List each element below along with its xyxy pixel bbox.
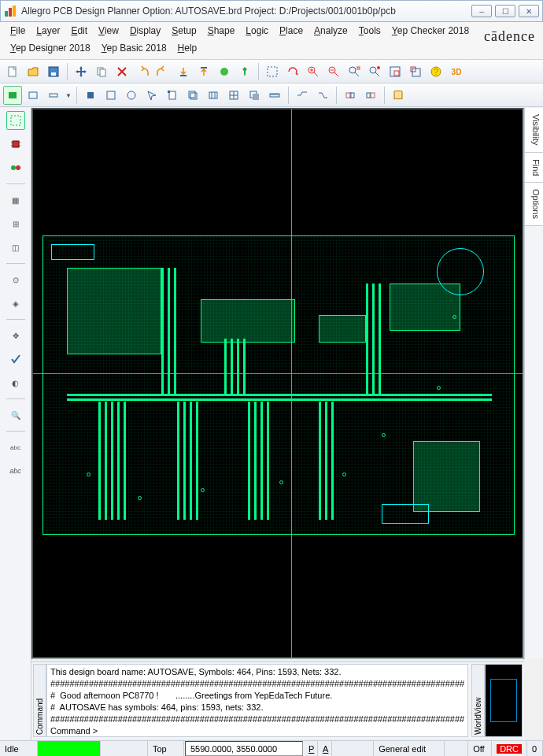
3d-button[interactable]: 3D	[447, 62, 466, 81]
shadow-button[interactable]	[245, 86, 264, 105]
via-tool[interactable]	[6, 158, 25, 177]
svg-rect-20	[411, 67, 416, 72]
svg-rect-28	[87, 92, 94, 98]
close-button[interactable]: ✕	[519, 5, 539, 17]
grab-tool[interactable]: ✥	[6, 326, 25, 345]
arrow-shape-button[interactable]	[142, 86, 161, 105]
menu-setup[interactable]: Setup	[166, 24, 201, 38]
jog-h-button[interactable]	[293, 86, 312, 105]
nav-prev-button[interactable]	[341, 86, 360, 105]
left-toolbar: ▦ ⊞ ◫ ⊙ ◈ ✥ ◐ 🔍 abc abc	[0, 108, 31, 740]
copy-button[interactable]	[92, 62, 111, 81]
unknown-tool[interactable]: ◐	[6, 373, 25, 392]
sheet-button[interactable]	[163, 86, 182, 105]
titlebar: Allegro PCB Design Planner Option: AUTOS…	[0, 0, 543, 22]
circle-button[interactable]	[122, 86, 141, 105]
svg-rect-21	[412, 69, 420, 76]
menu-view[interactable]: View	[93, 24, 124, 38]
menu-help[interactable]: Help	[172, 41, 203, 55]
svg-rect-45	[13, 141, 19, 147]
svg-rect-35	[209, 92, 217, 98]
status-filter: Off	[468, 741, 492, 756]
status-drc[interactable]: DRC	[492, 741, 527, 756]
console-output[interactable]: This design board name: AUTOSAVE, Symbol…	[46, 664, 468, 737]
shape-toolbar: ▼	[0, 83, 543, 107]
stop-shape-button[interactable]	[81, 86, 100, 105]
rect3-button[interactable]	[204, 86, 223, 105]
book-button[interactable]	[389, 86, 408, 105]
rect-fill-button[interactable]	[3, 86, 22, 105]
brand-logo: cādence	[484, 28, 535, 45]
maximize-button[interactable]: ☐	[495, 5, 515, 17]
search-tool[interactable]: 🔍	[6, 406, 25, 424]
move-button[interactable]	[72, 62, 90, 81]
status-layer[interactable]: Top	[148, 741, 184, 756]
check-tool[interactable]	[6, 350, 25, 369]
menu-yep-designer[interactable]: Yep Designer 2018	[5, 41, 96, 55]
save-button[interactable]	[44, 62, 63, 81]
menu-shape[interactable]: Shape	[202, 24, 241, 38]
tab-visibility[interactable]: Visibility	[525, 108, 543, 153]
redo-button[interactable]	[153, 62, 172, 81]
ruler-button[interactable]	[265, 86, 284, 105]
menu-layer[interactable]: Layer	[31, 24, 65, 38]
step-up-button[interactable]	[194, 62, 213, 81]
zoom-world-button[interactable]	[406, 62, 425, 81]
worldview-label: WorldView	[471, 664, 485, 737]
svg-rect-25	[9, 92, 17, 98]
tab-find[interactable]: Find	[525, 153, 543, 183]
shape-dropdown[interactable]: ▼	[65, 92, 72, 99]
menu-tools[interactable]: Tools	[353, 24, 386, 38]
svg-rect-29	[107, 91, 115, 99]
undo-button[interactable]	[133, 62, 152, 81]
svg-rect-27	[50, 94, 57, 97]
pin2-tool[interactable]: ◈	[6, 294, 25, 313]
design-canvas[interactable]	[31, 108, 524, 659]
pad-tool[interactable]: ◫	[6, 238, 25, 257]
svg-point-10	[220, 68, 228, 76]
open-button[interactable]	[24, 62, 42, 81]
rect-thin-button[interactable]	[44, 86, 63, 105]
text-tool[interactable]: abc	[6, 461, 25, 480]
zoom-window-button[interactable]	[386, 62, 404, 81]
jog-z-button[interactable]	[313, 86, 332, 105]
net-tool[interactable]: ⊞	[6, 214, 25, 233]
nav-next-button[interactable]	[361, 86, 380, 105]
worldview-minimap[interactable]	[485, 664, 523, 737]
etch-tool[interactable]	[6, 111, 25, 130]
chip-tool[interactable]	[6, 135, 25, 154]
help-icon-button[interactable]: ?	[427, 62, 445, 81]
refresh-button[interactable]	[283, 62, 302, 81]
step-down-button[interactable]	[174, 62, 193, 81]
zoom-in-button[interactable]	[304, 62, 323, 81]
menu-place[interactable]: Place	[274, 24, 308, 38]
text-small-tool[interactable]: abc	[6, 438, 25, 457]
menu-edit[interactable]: Edit	[65, 24, 93, 38]
pin1-tool[interactable]: ⊙	[6, 270, 25, 289]
menu-file[interactable]: File	[5, 24, 31, 38]
console-area: Command This design board name: AUTOSAVE…	[31, 662, 524, 739]
menu-yep-checker[interactable]: Yep Checker 2018	[386, 24, 475, 38]
minimize-button[interactable]: –	[471, 5, 492, 17]
square-button[interactable]	[102, 86, 120, 105]
svg-rect-9	[201, 67, 207, 69]
zoom-out-button[interactable]	[324, 62, 343, 81]
status-a[interactable]: A	[318, 741, 332, 756]
menu-display[interactable]: Display	[124, 24, 166, 38]
pin-button[interactable]	[235, 62, 254, 81]
menu-analyze[interactable]: Analyze	[308, 24, 353, 38]
window-select-button[interactable]	[263, 62, 282, 81]
zoom-fit-button[interactable]	[345, 62, 364, 81]
new-button[interactable]	[3, 62, 22, 81]
tab-options[interactable]: Options	[525, 183, 543, 226]
delete-button[interactable]	[113, 62, 131, 81]
constraint-tool[interactable]: ▦	[6, 191, 25, 209]
menu-yep-basic[interactable]: Yep Basic 2018	[96, 41, 172, 55]
rect-outline-button[interactable]	[24, 86, 42, 105]
zoom-find-button[interactable]	[365, 62, 384, 81]
layers-button[interactable]	[183, 86, 202, 105]
menu-logic[interactable]: Logic	[240, 24, 274, 38]
grid-button[interactable]	[224, 86, 243, 105]
status-p[interactable]: P	[304, 741, 318, 756]
pellet-button[interactable]	[215, 62, 234, 81]
